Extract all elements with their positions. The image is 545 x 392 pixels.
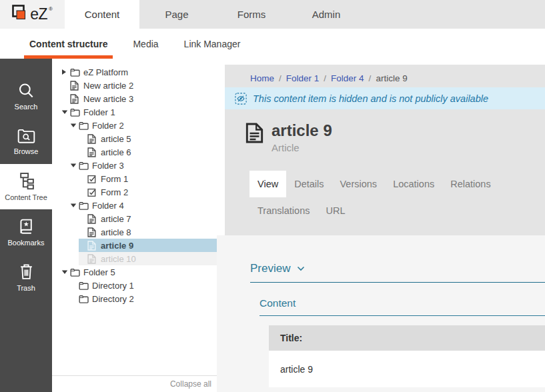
main-layout: SearchBrowseContent TreeBookmarksTrash e… — [0, 59, 545, 392]
tree-item-label: article 5 — [101, 134, 131, 144]
breadcrumb-separator: / — [324, 73, 326, 83]
tab-details[interactable]: Details — [286, 171, 332, 197]
sidebar-item-trash[interactable]: Trash — [0, 255, 52, 300]
chevron-down-icon — [297, 266, 305, 271]
preview-section-label: Preview — [250, 262, 290, 275]
tree-item-article-5[interactable]: article 5 — [79, 132, 217, 145]
ez-platform-admin: eZ ® ContentPageFormsAdmin Content struc… — [0, 0, 545, 392]
tree-item-folder-4[interactable]: Folder 4 — [70, 199, 217, 212]
view-tab-body: Preview Content Title: article 9 — [217, 235, 545, 392]
tree-item-folder-2[interactable]: Folder 2 — [70, 119, 217, 132]
tree-item-article-8[interactable]: article 8 — [79, 225, 217, 239]
sidebar-item-label: Trash — [17, 284, 35, 292]
content-tree: eZ PlatformNew article 2New article 3Fol… — [52, 59, 217, 375]
content-tree-panel: eZ PlatformNew article 2New article 3Fol… — [52, 59, 217, 392]
form-icon — [87, 187, 97, 197]
tab-locations[interactable]: Locations — [385, 171, 442, 197]
topnav-tabs: ContentPageFormsAdmin — [65, 0, 364, 29]
bookmarks-icon — [17, 218, 35, 235]
tree-item-label: New article 2 — [83, 81, 133, 91]
tree-item-label: Directory 1 — [92, 281, 134, 291]
breadcrumb-item-folder-4[interactable]: Folder 4 — [331, 73, 364, 83]
tree-item-article-7[interactable]: article 7 — [79, 212, 217, 225]
content-header: Home/Folder 1/Folder 4/article 9 This co… — [225, 65, 545, 235]
page-title: article 9 — [271, 121, 332, 140]
topnav-tab-content[interactable]: Content — [65, 0, 139, 29]
tab-versions[interactable]: Versions — [332, 171, 386, 197]
content-section-heading: Content — [259, 297, 545, 316]
content-title-block: article 9 Article — [245, 121, 545, 153]
article-icon — [87, 227, 97, 237]
sidebar-item-browse[interactable]: Browse — [0, 119, 52, 164]
subnav-item-link-manager[interactable]: Link Manager — [179, 29, 246, 59]
hidden-content-banner: This content item is hidden and is not p… — [225, 87, 545, 109]
tree-item-folder-1[interactable]: Folder 1 — [61, 105, 217, 119]
tree-item-label: Folder 3 — [92, 161, 124, 171]
subnav-item-media[interactable]: Media — [127, 29, 163, 59]
breadcrumb: Home/Folder 1/Folder 4/article 9 — [225, 65, 545, 83]
breadcrumb-item-folder-1[interactable]: Folder 1 — [286, 73, 320, 83]
tree-item-new-article-3[interactable]: New article 3 — [61, 92, 217, 105]
topnav-tab-forms[interactable]: Forms — [214, 0, 289, 29]
tree-item-directory-2[interactable]: Directory 2 — [70, 292, 217, 305]
article-icon — [87, 147, 97, 157]
content-type-label: Article — [271, 142, 332, 153]
breadcrumb-separator: / — [279, 73, 282, 83]
tab-view[interactable]: View — [249, 171, 286, 197]
tree-item-article-9[interactable]: article 9 — [79, 239, 217, 252]
sidebar-item-bookmarks[interactable]: Bookmarks — [0, 209, 52, 255]
article-icon — [87, 214, 97, 224]
breadcrumb-separator: / — [369, 73, 372, 83]
topnav-tab-admin[interactable]: Admin — [289, 0, 364, 29]
tree-caret-expanded-icon[interactable] — [70, 123, 79, 128]
topnav-tab-page[interactable]: Page — [139, 0, 214, 29]
tree-item-folder-3[interactable]: Folder 3 — [70, 159, 217, 172]
trash-icon — [18, 263, 35, 281]
tree-caret-collapsed-icon[interactable] — [61, 69, 70, 75]
ez-logo-text: eZ — [30, 5, 47, 23]
collapse-all-button[interactable]: Collapse all — [52, 375, 217, 392]
tree-item-ez-platform[interactable]: eZ Platform — [61, 65, 217, 79]
tree-item-article-10[interactable]: article 10 — [79, 252, 217, 265]
tree-item-new-article-2[interactable]: New article 2 — [61, 79, 217, 92]
sidebar-item-label: Bookmarks — [7, 239, 44, 247]
tree-item-label: Form 1 — [101, 174, 128, 184]
field-table: Title: article 9 — [269, 325, 545, 387]
tab-url[interactable]: URL — [318, 197, 353, 224]
tree-item-label: New article 3 — [83, 94, 133, 104]
content-tabs: ViewDetailsVersionsLocationsRelationsTra… — [249, 171, 545, 224]
article-icon — [70, 81, 80, 91]
folder-icon — [70, 267, 80, 277]
tree-item-form-2[interactable]: Form 2 — [79, 185, 217, 199]
folder-icon — [70, 67, 80, 77]
tree-caret-expanded-icon[interactable] — [61, 269, 70, 275]
sidebar-item-label: Search — [15, 103, 38, 111]
ez-logo[interactable]: eZ ® — [0, 0, 65, 29]
tree-item-form-1[interactable]: Form 1 — [79, 172, 217, 185]
breadcrumb-item-article-9: article 9 — [376, 73, 407, 83]
preview-section-toggle[interactable]: Preview — [250, 262, 545, 283]
article-icon — [87, 134, 97, 144]
tree-caret-expanded-icon[interactable] — [61, 109, 70, 115]
ez-logo-icon — [12, 5, 29, 25]
subnav-item-content-structure[interactable]: Content structure — [24, 29, 113, 59]
tab-translations[interactable]: Translations — [249, 197, 318, 224]
sub-navbar: Content structureMediaLink Manager — [0, 29, 545, 59]
article-type-icon — [245, 123, 263, 153]
folder-icon — [79, 281, 89, 291]
sidebar-item-label: Content Tree — [5, 193, 47, 201]
tree-item-folder-5[interactable]: Folder 5 — [61, 265, 217, 279]
browse-icon — [17, 128, 35, 144]
folder-icon — [79, 121, 89, 131]
sidebar-item-label: Browse — [14, 147, 39, 155]
tree-item-directory-1[interactable]: Directory 1 — [70, 279, 217, 292]
sidebar-item-content-tree[interactable]: Content Tree — [0, 164, 52, 209]
field-label-title: Title: — [269, 325, 545, 351]
tree-item-label: Folder 2 — [92, 121, 124, 131]
tree-caret-expanded-icon[interactable] — [70, 203, 79, 208]
tree-caret-expanded-icon[interactable] — [70, 163, 79, 168]
sidebar-item-search[interactable]: Search — [0, 73, 52, 119]
breadcrumb-item-home[interactable]: Home — [250, 73, 274, 83]
tree-item-article-6[interactable]: article 6 — [79, 145, 217, 159]
tab-relations[interactable]: Relations — [442, 171, 498, 197]
